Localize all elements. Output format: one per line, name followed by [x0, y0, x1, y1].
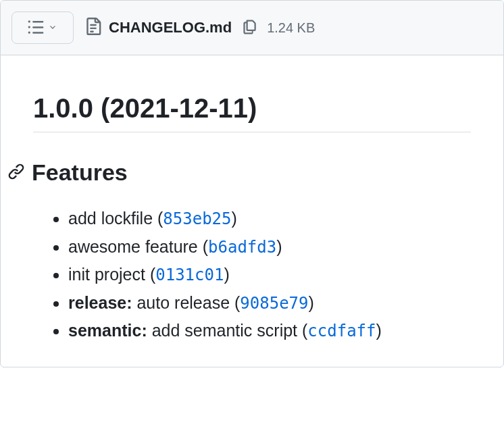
list-item: awesome feature (b6adfd3): [68, 233, 471, 261]
filename-label: CHANGELOG.md: [109, 19, 232, 36]
feature-prefix: semantic:: [68, 321, 152, 340]
features-heading: Features: [7, 159, 471, 186]
list-item: add lockfile (853eb25): [68, 205, 471, 233]
commit-link[interactable]: b6adfd3: [208, 238, 276, 257]
commit-link[interactable]: 9085e79: [240, 294, 308, 313]
copy-button[interactable]: [238, 16, 260, 40]
markdown-content: 1.0.0 (2021-12-11) Features add lockfile…: [1, 55, 503, 367]
list-icon: [27, 18, 45, 38]
list-item: semantic: add semantic script (ccdfaff): [68, 317, 471, 345]
filesize-label: 1.24 KB: [267, 20, 315, 36]
commit-link[interactable]: 853eb25: [163, 209, 231, 228]
chevron-down-icon: [47, 22, 58, 34]
features-heading-text: Features: [32, 159, 128, 186]
feature-text: add lockfile: [68, 209, 153, 228]
clipboard-icon: [241, 19, 257, 37]
toc-dropdown-button[interactable]: [11, 11, 74, 44]
feature-text: auto release: [136, 293, 230, 312]
commit-link[interactable]: 0131c01: [155, 265, 224, 284]
feature-text: init project: [68, 265, 145, 284]
file-info: CHANGELOG.md 1.24 KB: [84, 16, 315, 40]
list-item: init project (0131c01): [68, 261, 471, 289]
feature-prefix: release:: [68, 293, 136, 312]
file-header: CHANGELOG.md 1.24 KB: [1, 1, 503, 55]
feature-text: awesome feature: [68, 237, 198, 256]
file-icon: [84, 18, 102, 38]
link-icon[interactable]: [7, 159, 25, 186]
commit-link[interactable]: ccdfaff: [307, 322, 376, 340]
version-heading: 1.0.0 (2021-12-11): [33, 93, 471, 132]
feature-text: add semantic script: [152, 321, 297, 340]
file-view-container: CHANGELOG.md 1.24 KB 1.0.0 (2021-12-11) …: [0, 0, 504, 367]
list-item: release: auto release (9085e79): [68, 289, 471, 317]
feature-list: add lockfile (853eb25) awesome feature (…: [33, 205, 471, 345]
